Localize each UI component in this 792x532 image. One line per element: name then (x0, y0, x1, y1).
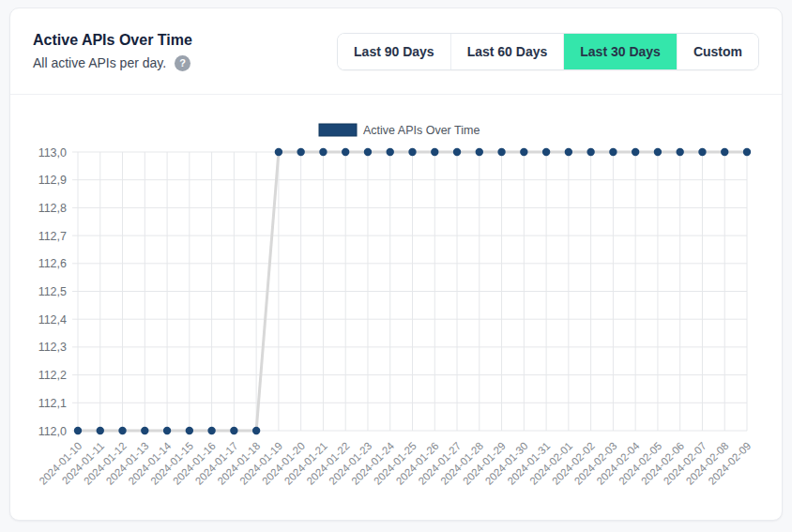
help-icon[interactable]: ? (175, 55, 190, 71)
data-point (275, 148, 282, 156)
data-point (677, 148, 684, 156)
y-axis-tick-label: 113,0 (38, 146, 67, 160)
y-axis-tick-label: 112,7 (38, 230, 67, 243)
y-axis-tick-label: 112,1 (38, 397, 67, 410)
y-axis-tick-label: 112,3 (38, 341, 67, 354)
data-point (230, 427, 237, 434)
y-axis-tick-label: 112,0 (38, 425, 67, 438)
data-point (186, 427, 193, 434)
data-point (252, 427, 260, 434)
data-point (453, 148, 461, 156)
data-point (431, 148, 438, 156)
data-point (743, 148, 751, 156)
data-point (654, 148, 662, 156)
data-point (207, 427, 215, 434)
data-point (586, 148, 594, 156)
chart-area: 112,0112,1112,2112,3112,4112,5112,6112,7… (10, 95, 782, 520)
range-button-custom[interactable]: Custom (677, 34, 758, 69)
data-point (565, 148, 572, 156)
data-point (141, 427, 148, 434)
y-axis-tick-label: 112,2 (38, 369, 67, 382)
range-button-last-90-days[interactable]: Last 90 Days (338, 34, 450, 69)
data-point (364, 148, 372, 156)
data-point (609, 148, 617, 156)
range-button-last-60-days[interactable]: Last 60 Days (450, 34, 564, 69)
data-point (163, 427, 171, 434)
date-range-button-group: Last 90 Days Last 60 Days Last 30 Days C… (337, 33, 759, 70)
chart-card: Active APIs Over Time All active APIs pe… (9, 8, 783, 521)
data-point (497, 148, 505, 156)
chart-svg: 112,0112,1112,2112,3112,4112,5112,6112,7… (10, 95, 782, 520)
data-point (520, 148, 527, 156)
y-axis-tick-label: 112,6 (38, 257, 67, 270)
data-point (632, 148, 639, 156)
legend-label: Active APIs Over Time (363, 124, 480, 137)
data-point (698, 148, 706, 156)
data-point (118, 427, 126, 434)
data-point (408, 148, 416, 156)
data-point (387, 148, 394, 156)
header-text-block: Active APIs Over Time All active APIs pe… (33, 32, 192, 71)
data-point (342, 148, 349, 156)
data-point (476, 148, 483, 156)
chart-card-header: Active APIs Over Time All active APIs pe… (10, 8, 782, 95)
data-point (721, 148, 728, 156)
chart-subtitle: All active APIs per day. (33, 55, 166, 70)
page-title: Active APIs Over Time (33, 32, 192, 49)
data-point (74, 427, 82, 434)
y-axis-tick-label: 112,8 (38, 202, 67, 215)
y-axis-tick-label: 112,9 (38, 174, 67, 187)
y-axis-tick-label: 112,5 (38, 285, 67, 298)
y-axis-tick-label: 112,4 (38, 313, 67, 327)
range-button-last-30-days[interactable]: Last 30 Days (563, 34, 677, 69)
data-point (297, 148, 304, 156)
data-point (319, 148, 327, 156)
data-point (97, 427, 104, 434)
data-point (542, 148, 550, 156)
legend-swatch (319, 124, 357, 136)
